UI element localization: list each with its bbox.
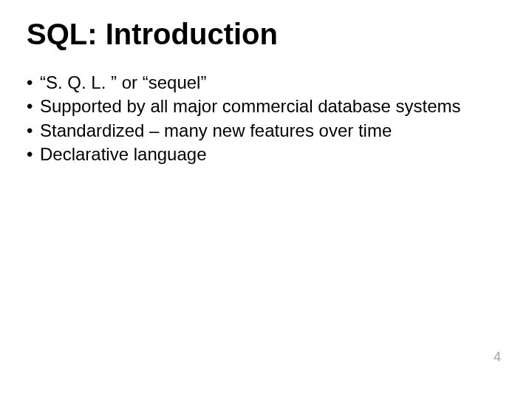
list-item: Standardized – many new features over ti… xyxy=(27,119,505,143)
list-item: Declarative language xyxy=(27,143,505,166)
list-item: “S. Q. L. ” or “sequel” xyxy=(27,71,505,95)
slide: SQL: Introduction “S. Q. L. ” or “sequel… xyxy=(0,0,532,399)
bullet-list: “S. Q. L. ” or “sequel” Supported by all… xyxy=(27,71,505,167)
slide-title: SQL: Introduction xyxy=(27,18,505,50)
list-item: Supported by all major commercial databa… xyxy=(27,95,505,118)
page-number: 4 xyxy=(494,349,501,365)
